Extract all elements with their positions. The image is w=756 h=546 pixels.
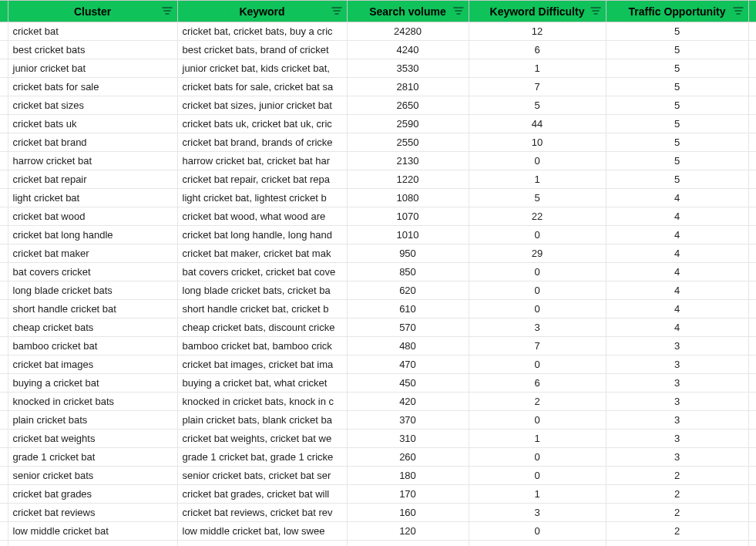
- cell-cluster[interactable]: senior cricket bats: [8, 467, 177, 485]
- table-row[interactable]: low middle cricket batlow middle cricket…: [0, 522, 756, 541]
- cell-volume[interactable]: 370: [347, 411, 469, 430]
- cell-difficulty[interactable]: 5: [469, 189, 606, 207]
- cell-next[interactable]: [748, 411, 756, 430]
- cell-cluster[interactable]: bat covers cricket: [8, 263, 177, 281]
- cell-keyword[interactable]: low middle cricket bat, low swee: [177, 522, 347, 541]
- cell-difficulty[interactable]: 3: [469, 318, 606, 337]
- table-row[interactable]: cricket bat makercricket bat maker, cric…: [0, 244, 756, 263]
- cell-cluster[interactable]: low middle cricket bat: [8, 522, 177, 541]
- col-header-next[interactable]: [748, 1, 756, 22]
- cell-volume[interactable]: 2130: [347, 152, 469, 170]
- cell-cluster[interactable]: cricket bat images: [8, 356, 177, 374]
- cell-difficulty[interactable]: 0: [469, 522, 606, 541]
- cell-cluster[interactable]: cricket bat maker: [8, 244, 177, 263]
- cell-keyword[interactable]: short handle cricket bat, cricket b: [177, 300, 347, 318]
- cell-keyword[interactable]: cricket bats for sale, cricket bat sa: [177, 78, 347, 96]
- cell-cluster[interactable]: cricket bat sizes: [8, 96, 177, 115]
- table-row[interactable]: cricket bat brandcricket bat brand, bran…: [0, 133, 756, 152]
- cell-next[interactable]: [748, 207, 756, 226]
- cell-keyword[interactable]: plain cricket bats, blank cricket ba: [177, 411, 347, 430]
- cell-cluster[interactable]: cricket bat reviews: [8, 504, 177, 522]
- cell-keyword[interactable]: cricket bat reviews, cricket bat rev: [177, 504, 347, 522]
- cell-volume[interactable]: 2650: [347, 96, 469, 115]
- cell-volume[interactable]: 450: [347, 374, 469, 393]
- cell-difficulty[interactable]: 0: [469, 448, 606, 467]
- table-row[interactable]: cricket bat weightscricket bat weights, …: [0, 430, 756, 448]
- cell-difficulty[interactable]: 0: [469, 152, 606, 170]
- cell-next[interactable]: [748, 448, 756, 467]
- filter-icon[interactable]: [733, 6, 744, 17]
- table-row[interactable]: cricket batcricket bat, cricket bats, bu…: [0, 22, 756, 41]
- cell-opportunity[interactable]: 5: [606, 22, 748, 41]
- cell-volume[interactable]: 570: [347, 318, 469, 337]
- cell-difficulty[interactable]: 0: [469, 300, 606, 318]
- cell-next[interactable]: [748, 59, 756, 78]
- cell-cluster[interactable]: cricket bat grains: [8, 541, 177, 547]
- cell-difficulty[interactable]: 44: [469, 115, 606, 133]
- cell-opportunity[interactable]: 3: [606, 337, 748, 356]
- cell-cluster[interactable]: light cricket bat: [8, 189, 177, 207]
- table-row[interactable]: cricket bat reviewscricket bat reviews, …: [0, 504, 756, 522]
- cell-next[interactable]: [748, 152, 756, 170]
- col-header-cluster[interactable]: Cluster: [8, 1, 177, 22]
- cell-difficulty[interactable]: 12: [469, 22, 606, 41]
- cell-keyword[interactable]: cricket bat images, cricket bat ima: [177, 356, 347, 374]
- cell-next[interactable]: [748, 430, 756, 448]
- cell-cluster[interactable]: best cricket bats: [8, 41, 177, 59]
- cell-volume[interactable]: 310: [347, 430, 469, 448]
- cell-cluster[interactable]: cricket bats uk: [8, 115, 177, 133]
- cell-difficulty[interactable]: 5: [469, 96, 606, 115]
- cell-keyword[interactable]: cricket bat maker, cricket bat mak: [177, 244, 347, 263]
- cell-next[interactable]: [748, 226, 756, 244]
- cell-cluster[interactable]: bamboo cricket bat: [8, 337, 177, 356]
- cell-keyword[interactable]: cricket bat repair, cricket bat repa: [177, 170, 347, 189]
- col-header-difficulty[interactable]: Keyword Difficulty: [469, 1, 606, 22]
- cell-next[interactable]: [748, 189, 756, 207]
- cell-volume[interactable]: 480: [347, 337, 469, 356]
- cell-keyword[interactable]: cricket bats uk, cricket bat uk, cric: [177, 115, 347, 133]
- cell-difficulty[interactable]: 3: [469, 504, 606, 522]
- cell-opportunity[interactable]: 4: [606, 207, 748, 226]
- cell-opportunity[interactable]: 5: [606, 59, 748, 78]
- cell-opportunity[interactable]: 3: [606, 411, 748, 430]
- cell-cluster[interactable]: cricket bat repair: [8, 170, 177, 189]
- cell-difficulty[interactable]: 7: [469, 337, 606, 356]
- cell-opportunity[interactable]: 2: [606, 541, 748, 547]
- cell-keyword[interactable]: buying a cricket bat, what cricket: [177, 374, 347, 393]
- cell-volume[interactable]: 100: [347, 541, 469, 547]
- cell-volume[interactable]: 24280: [347, 22, 469, 41]
- cell-next[interactable]: [748, 244, 756, 263]
- cell-volume[interactable]: 1220: [347, 170, 469, 189]
- cell-cluster[interactable]: plain cricket bats: [8, 411, 177, 430]
- cell-keyword[interactable]: bat covers cricket, cricket bat cove: [177, 263, 347, 281]
- filter-icon[interactable]: [162, 6, 173, 17]
- col-header-volume[interactable]: Search volume: [347, 1, 469, 22]
- table-row[interactable]: cricket bat sizescricket bat sizes, juni…: [0, 96, 756, 115]
- table-row[interactable]: short handle cricket batshort handle cri…: [0, 300, 756, 318]
- cell-cluster[interactable]: junior cricket bat: [8, 59, 177, 78]
- cell-opportunity[interactable]: 4: [606, 263, 748, 281]
- cell-opportunity[interactable]: 5: [606, 133, 748, 152]
- cell-opportunity[interactable]: 5: [606, 96, 748, 115]
- cell-volume[interactable]: 470: [347, 356, 469, 374]
- cell-keyword[interactable]: cricket bat grains, most grains on: [177, 541, 347, 547]
- cell-next[interactable]: [748, 485, 756, 504]
- cell-opportunity[interactable]: 5: [606, 41, 748, 59]
- cell-keyword[interactable]: cheap cricket bats, discount cricke: [177, 318, 347, 337]
- cell-volume[interactable]: 170: [347, 485, 469, 504]
- cell-next[interactable]: [748, 318, 756, 337]
- cell-difficulty[interactable]: 6: [469, 41, 606, 59]
- cell-next[interactable]: [748, 522, 756, 541]
- table-row[interactable]: best cricket batsbest cricket bats, bran…: [0, 41, 756, 59]
- cell-cluster[interactable]: cricket bat grades: [8, 485, 177, 504]
- cell-opportunity[interactable]: 3: [606, 374, 748, 393]
- cell-keyword[interactable]: knocked in cricket bats, knock in c: [177, 393, 347, 411]
- cell-volume[interactable]: 120: [347, 522, 469, 541]
- cell-difficulty[interactable]: 0: [469, 263, 606, 281]
- cell-difficulty[interactable]: 10: [469, 133, 606, 152]
- cell-volume[interactable]: 850: [347, 263, 469, 281]
- cell-cluster[interactable]: cricket bat wood: [8, 207, 177, 226]
- cell-next[interactable]: [748, 263, 756, 281]
- table-row[interactable]: cricket bat imagescricket bat images, cr…: [0, 356, 756, 374]
- cell-keyword[interactable]: cricket bat grades, cricket bat will: [177, 485, 347, 504]
